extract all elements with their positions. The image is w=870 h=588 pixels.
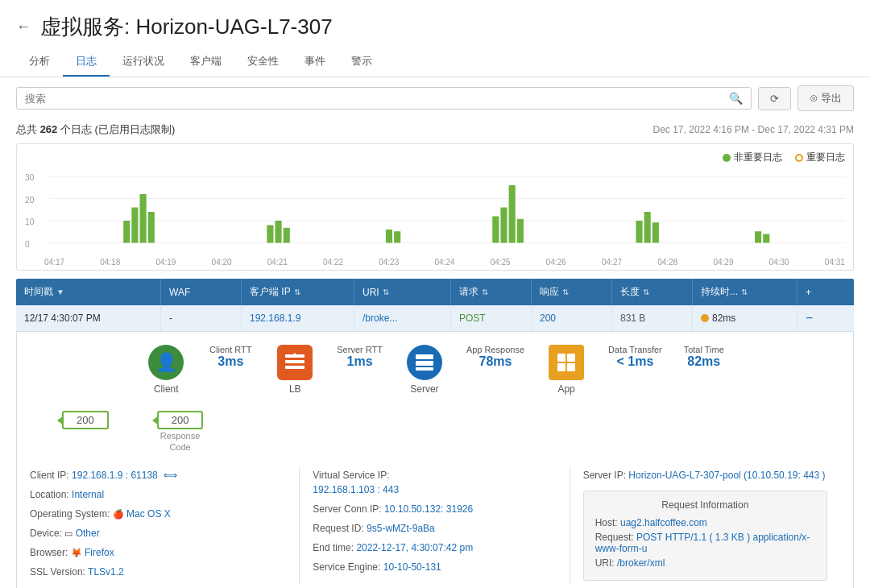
th-duration-label: 持续时... — [701, 285, 738, 299]
th-client-ip[interactable]: 客户端 IP ⇅ — [242, 279, 354, 305]
search-container[interactable]: 🔍 — [16, 87, 752, 110]
flow-node-server: Server — [392, 345, 457, 395]
search-input[interactable] — [25, 93, 729, 105]
svg-rect-23 — [652, 222, 659, 242]
tab-events[interactable]: 事件 — [292, 48, 338, 77]
info-section: Client IP: 192.168.1.9 : 61138 ⟺ Locatio… — [30, 468, 840, 584]
stats-suffix: 个日志 (已启用日志限制) — [60, 123, 175, 135]
total-time-value: 82ms — [687, 354, 720, 369]
search-icon: 🔍 — [729, 92, 743, 105]
svg-text:10: 10 — [25, 217, 34, 226]
server-ip-value[interactable]: Horizon-UAG-L7-307-pool (10.10.50.19: 44… — [628, 470, 825, 481]
client-info-col: Client IP: 192.168.1.9 : 61138 ⟺ Locatio… — [30, 468, 300, 584]
svg-rect-17 — [492, 217, 499, 243]
th-waf[interactable]: WAF — [161, 279, 242, 305]
client-ip-value[interactable]: 192.168.1.9 : 61138 — [72, 470, 158, 481]
stats-bar: 总共 262 个日志 (已启用日志限制) Dec 17, 2022 4:16 P… — [0, 119, 870, 143]
request-info-box: Request Information Host: uag2.halfcoffe… — [583, 491, 827, 581]
vs-ip-value[interactable]: 192.168.1.103 : 443 — [313, 484, 399, 495]
svg-text:30: 30 — [25, 172, 34, 182]
svg-rect-34 — [567, 354, 575, 362]
export-button[interactable]: ⊙ 导出 — [798, 85, 854, 111]
virtual-info-col: Virtual Service IP: 192.168.1.103 : 443 … — [300, 468, 570, 584]
conn-ip-value[interactable]: 10.10.50.132: 31926 — [384, 503, 473, 515]
tab-logs[interactable]: 日志 — [63, 48, 110, 77]
sort-icon-request: ⇅ — [482, 288, 488, 296]
duration-value: 82ms — [712, 313, 735, 324]
th-waf-label: WAF — [169, 287, 190, 298]
date-range: Dec 17, 2022 4:16 PM - Dec 17, 2022 4:31… — [653, 124, 854, 135]
ssl-row: SSL Version: TLSv1.2 — [30, 565, 286, 579]
tab-analysis[interactable]: 分析 — [16, 48, 63, 77]
uri-row: URI: /broker/xml — [595, 557, 815, 569]
collapse-icon[interactable]: − — [806, 311, 813, 325]
x-label-6: 04:23 — [379, 258, 399, 267]
request-id-value[interactable]: 9s5-wMZt-9aBa — [367, 523, 435, 534]
os-label: Operating System: — [30, 508, 110, 520]
tab-alerts[interactable]: 警示 — [338, 48, 385, 77]
svg-rect-18 — [500, 208, 507, 243]
request-id-row: Request ID: 9s5-wMZt-9aBa — [313, 521, 556, 536]
th-action[interactable]: + — [798, 279, 846, 305]
browser-label: Browser: — [30, 547, 68, 558]
conn-ip-row: Server Conn IP: 10.10.50.132: 31926 — [313, 502, 556, 516]
x-label-1: 04:18 — [100, 258, 120, 267]
legend-critical-label: 重要日志 — [806, 151, 845, 164]
svg-rect-31 — [416, 361, 433, 366]
host-value[interactable]: uag2.halfcoffee.com — [620, 517, 707, 528]
back-button[interactable]: ← — [16, 19, 31, 35]
browser-icon: 🦊 — [71, 548, 82, 557]
td-collapse[interactable]: − — [798, 305, 846, 331]
th-duration[interactable]: 持续时... ⇅ — [693, 279, 798, 305]
request-info-title: Request Information — [595, 499, 815, 511]
th-length[interactable]: 长度 ⇅ — [612, 279, 693, 305]
response-label: Response — [160, 431, 201, 441]
app-response-value: 78ms — [479, 354, 512, 369]
th-time[interactable]: 时间戳 ▼ — [16, 279, 161, 305]
service-engine-row: Service Engine: 10-10-50-131 — [313, 560, 556, 574]
server-ip-row: Server IP: Horizon-UAG-L7-307-pool (10.1… — [583, 468, 827, 482]
th-response[interactable]: 响应 ⇅ — [532, 279, 612, 305]
svg-rect-32 — [416, 367, 433, 371]
svg-rect-12 — [267, 226, 273, 243]
sort-icon-uri: ⇅ — [383, 288, 389, 296]
th-length-label: 长度 — [620, 285, 640, 299]
stats-text: 总共 262 个日志 (已启用日志限制) — [16, 122, 175, 137]
td-request: POST — [451, 305, 532, 331]
sort-icon-time: ▼ — [56, 288, 64, 296]
td-response: 200 — [532, 305, 612, 331]
th-request-label: 请求 — [459, 285, 478, 299]
browser-row: Browser: 🦊 Firefox — [30, 545, 286, 560]
th-request[interactable]: 请求 ⇅ — [451, 279, 532, 305]
flow-node-client: 👤 Client — [134, 345, 198, 395]
tab-runtime[interactable]: 运行状况 — [110, 48, 177, 77]
uri-value[interactable]: /broker/xml — [617, 557, 665, 569]
refresh-button[interactable]: ⟳ — [758, 87, 791, 110]
svg-rect-20 — [517, 219, 524, 243]
svg-rect-16 — [394, 231, 400, 242]
svg-rect-22 — [644, 212, 651, 243]
device-value: Other — [76, 528, 100, 539]
app-response-label: App Response — [466, 345, 524, 354]
x-label-5: 04:22 — [323, 258, 343, 267]
td-uri[interactable]: /broke... — [354, 305, 451, 331]
td-client-ip[interactable]: 192.168.1.9 — [242, 305, 354, 331]
request-id-label: Request ID: — [313, 523, 363, 534]
browser-value: Firefox — [85, 547, 114, 558]
lb-label: LB — [289, 383, 301, 395]
service-engine-value[interactable]: 10-10-50-131 — [383, 561, 441, 573]
table-row[interactable]: 12/17 4:30:07 PM - 192.168.1.9 /broke...… — [16, 305, 854, 332]
location-row: Location: Internal — [30, 487, 286, 502]
location-label: Location: — [30, 489, 69, 500]
service-engine-label: Service Engine: — [313, 561, 380, 573]
copy-icon[interactable]: ⟺ — [164, 470, 177, 481]
tab-clients[interactable]: 客户端 — [177, 48, 234, 77]
th-uri[interactable]: URI ⇅ — [354, 279, 451, 305]
detail-panel: 👤 Client Client RTT 3ms LB Server RTT 1m… — [16, 332, 854, 588]
tab-security[interactable]: 安全性 — [234, 48, 292, 77]
data-transfer-value: < 1ms — [616, 354, 653, 369]
flow-metric-client-rtt: Client RTT 3ms — [198, 345, 263, 369]
svg-rect-15 — [386, 230, 392, 243]
apple-icon: 🍎 — [113, 509, 124, 519]
os-row: Operating System: 🍎 Mac OS X — [30, 507, 286, 521]
